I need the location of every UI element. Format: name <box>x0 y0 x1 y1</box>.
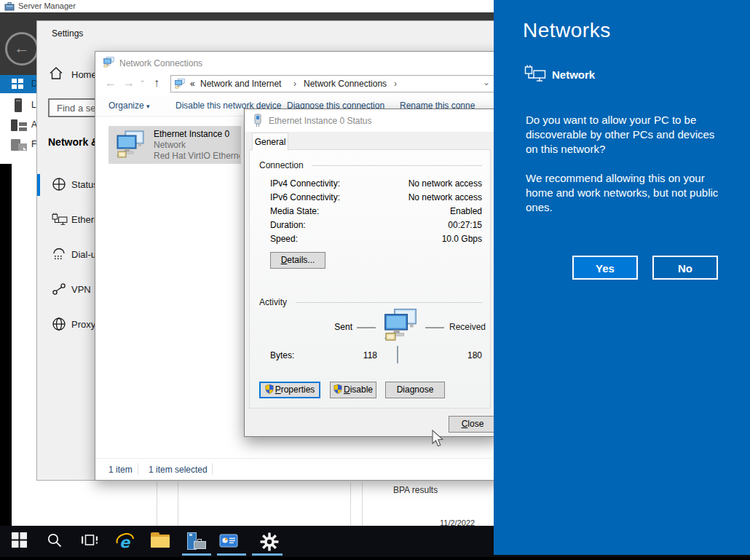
desktop: Server Manager ← BPA results 11/2/2022 D… <box>0 0 750 560</box>
server-manager-taskbar-icon[interactable] <box>185 532 207 551</box>
item-count: 1 item <box>108 465 133 475</box>
breadcrumb-network-and-internet[interactable]: Network and Internet <box>200 79 281 89</box>
no-button[interactable]: No <box>652 256 718 280</box>
group-line <box>312 165 482 166</box>
ipv4-label: IPv4 Connectivity: <box>270 178 340 189</box>
speed-label: Speed: <box>270 234 298 244</box>
duration-value: 00:27:15 <box>366 220 482 230</box>
search-icon[interactable] <box>47 532 63 548</box>
connection-name: Ethernet Instance 0 <box>154 129 229 139</box>
file-storage-icon <box>11 138 28 152</box>
taskbar-bottom-edge <box>0 557 750 560</box>
recommendation-text: We recommend allowing this on your home … <box>526 171 728 215</box>
vpn-icon <box>52 282 66 296</box>
network-connections-icon <box>103 56 115 68</box>
file-explorer-icon[interactable] <box>151 532 170 548</box>
home-icon <box>49 66 63 80</box>
taskbar-active-indicator <box>182 553 211 556</box>
address-dropdown-chevron-icon[interactable]: ⌄ <box>483 77 490 87</box>
dialog-titlebar[interactable]: Ethernet Instance 0 Status <box>245 109 500 132</box>
media-state-label: Media State: <box>270 206 319 216</box>
dialup-icon <box>52 247 66 261</box>
taskbar-active-indicator <box>252 553 283 556</box>
discoverable-question: Do you want to allow your PC to be disco… <box>526 113 728 157</box>
sidebar-item-dashboard[interactable]: D <box>0 75 36 93</box>
task-view-icon[interactable] <box>81 532 98 548</box>
status-icon <box>52 177 66 192</box>
server-manager-sidebar: D L A F <box>0 75 36 164</box>
mouse-cursor <box>431 430 446 449</box>
local-server-icon <box>14 98 23 113</box>
ethernet-status-dialog: Ethernet Instance 0 Status General Conne… <box>244 109 500 437</box>
networks-panel-title: Networks <box>523 19 611 42</box>
ethernet-icon <box>52 212 68 226</box>
connection-item-icon <box>114 129 146 161</box>
sent-dash <box>357 327 376 328</box>
back-button[interactable]: ← <box>5 32 39 66</box>
settings-gear-icon[interactable] <box>260 532 279 551</box>
control-panel-window-icon[interactable] <box>219 532 238 550</box>
ipv6-label: IPv6 Connectivity: <box>270 192 340 202</box>
nav-up-icon[interactable]: ↑ <box>154 76 159 90</box>
address-bar[interactable]: « Network and Internet › Network Connect… <box>170 75 500 92</box>
details-button[interactable]: Details... <box>270 252 325 269</box>
status-divider <box>138 463 138 475</box>
bytes-divider <box>397 346 398 363</box>
disable-button[interactable]: Disable <box>330 382 376 398</box>
ipv4-value: No network access <box>366 178 482 189</box>
breadcrumb-network-connections[interactable]: Network Connections <box>304 79 387 89</box>
bytes-received-value: 180 <box>431 350 482 360</box>
ipv6-value: No network access <box>366 192 482 202</box>
sent-label: Sent <box>288 322 352 332</box>
uac-shield-icon <box>265 384 274 394</box>
settings-home-label: Home <box>71 69 97 80</box>
yes-button[interactable]: Yes <box>572 256 638 280</box>
server-manager-app-icon <box>4 1 15 11</box>
dashboard-icon <box>12 79 24 90</box>
ethernet-network-icon <box>524 64 546 83</box>
connection-status: Network <box>154 140 186 150</box>
duration-label: Duration: <box>270 220 306 230</box>
speed-value: 10.0 Gbps <box>366 234 482 244</box>
bytes-sent-value: 118 <box>326 350 377 360</box>
dashboard-tile-border <box>362 482 363 526</box>
received-label: Received <box>449 322 486 332</box>
received-dash <box>425 327 444 328</box>
internet-explorer-icon[interactable]: e <box>116 532 135 551</box>
network-connections-title: Network Connections <box>119 58 202 68</box>
dashboard-tile-border <box>157 482 157 526</box>
activity-group-label: Activity <box>259 297 287 307</box>
breadcrumb-prefix: « <box>190 79 195 89</box>
selected-accent-bar <box>37 174 40 196</box>
network-name-label: Network <box>552 68 595 81</box>
bpa-results-header: BPA results <box>393 485 438 495</box>
group-line <box>296 302 482 303</box>
bytes-label: Bytes: <box>270 350 294 360</box>
sidebar-item-all-servers[interactable]: A <box>0 116 36 134</box>
nav-back-icon[interactable]: ← <box>105 76 117 90</box>
back-arrow-icon: ← <box>14 39 30 57</box>
start-button[interactable] <box>12 532 27 548</box>
nav-forward-icon[interactable]: → <box>123 76 135 90</box>
taskbar-active-indicator <box>217 553 246 556</box>
connection-device: Red Hat VirtIO Ethernet A <box>154 151 240 161</box>
status-divider <box>212 463 213 475</box>
sidebar-item-file-storage-services[interactable]: F <box>0 135 36 154</box>
all-servers-icon <box>11 118 28 133</box>
properties-button[interactable]: Properties <box>259 382 320 398</box>
dashboard-tile-border <box>178 482 178 526</box>
selection-count: 1 item selected <box>149 465 208 475</box>
nav-history-chevron-icon[interactable]: ⌄ <box>139 75 146 84</box>
organize-menu[interactable]: Organize ▾ <box>108 100 150 111</box>
close-button[interactable]: Close <box>449 416 497 433</box>
networks-flyout-panel: Networks Network Do you want to allow yo… <box>494 0 750 555</box>
diagnose-button[interactable]: Diagnose <box>385 382 445 398</box>
media-state-value: Enabled <box>366 206 482 216</box>
organize-dropdown-icon: ▾ <box>146 103 150 110</box>
adapter-icon <box>253 114 262 127</box>
breadcrumb-separator: › <box>394 79 397 89</box>
activity-computers-icon <box>380 307 421 344</box>
general-tab[interactable]: General <box>252 133 288 151</box>
sidebar-item-local-server[interactable]: L <box>0 96 36 114</box>
connection-list-item[interactable]: Ethernet Instance 0 Network Red Hat Virt… <box>108 126 241 164</box>
